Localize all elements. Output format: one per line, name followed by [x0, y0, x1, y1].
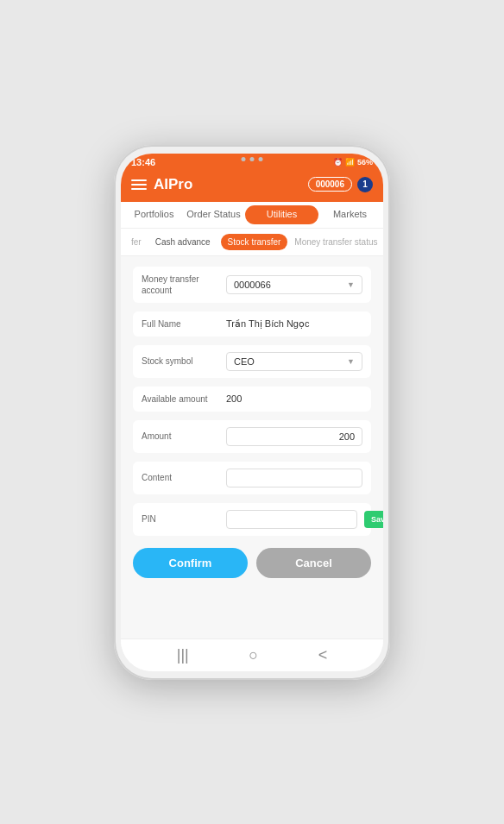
app-title: AIPro — [154, 176, 192, 193]
confirm-button[interactable]: Confirm — [133, 548, 248, 578]
sub-tab-money-transfer-status[interactable]: Money transfer status — [291, 234, 381, 250]
content-row: Content — [133, 462, 371, 494]
phone-screen: 13:46 ⏰ 📶 56% AIPro 000006 1 Portfolios — [121, 154, 383, 671]
sub-tab-fer[interactable]: fer — [128, 234, 145, 250]
money-transfer-account-select[interactable]: 0000066 ▼ — [226, 275, 362, 294]
cancel-button[interactable]: Cancel — [256, 548, 371, 578]
pin-row: PIN Save PIN — [133, 503, 371, 536]
sub-tab-cash-advance[interactable]: Cash advance — [148, 234, 217, 250]
pin-input[interactable] — [226, 510, 357, 529]
notification-badge[interactable]: 1 — [357, 177, 373, 192]
header-right: 000006 1 — [308, 177, 373, 192]
money-transfer-account-row: Money transfer account 0000066 ▼ — [133, 267, 371, 303]
alarm-icon: ⏰ — [333, 158, 343, 167]
account-number-badge[interactable]: 000006 — [308, 177, 352, 192]
action-buttons: Confirm Cancel — [133, 548, 371, 578]
full-name-value: Trần Thị Bích Ngọc — [226, 318, 362, 330]
tab-portfolios[interactable]: Portfolios — [124, 202, 184, 228]
available-amount-value: 200 — [226, 393, 362, 404]
status-bar: 13:46 ⏰ 📶 56% — [121, 154, 383, 171]
sub-tabs: fer Cash advance Stock transfer Money tr… — [121, 229, 383, 256]
bottom-nav: ||| ○ < — [121, 638, 383, 671]
app-header: AIPro 000006 1 — [121, 171, 383, 202]
stock-symbol-label: Stock symbol — [142, 355, 219, 367]
nav-back-icon[interactable]: < — [318, 646, 328, 664]
save-pin-button[interactable]: Save PIN — [364, 511, 383, 528]
phone-frame: 13:46 ⏰ 📶 56% AIPro 000006 1 Portfolios — [114, 145, 390, 680]
chevron-down-icon: ▼ — [347, 280, 355, 289]
money-transfer-account-label: Money transfer account — [142, 274, 219, 296]
full-name-label: Full Name — [142, 318, 219, 330]
tab-utilities[interactable]: Utilities — [245, 205, 318, 224]
available-amount-row: Available amount 200 — [133, 387, 371, 412]
content-label: Content — [142, 472, 219, 483]
phone-notch — [242, 157, 263, 161]
nav-recent-apps-icon[interactable]: ||| — [177, 646, 189, 664]
sub-tab-stock-transfer[interactable]: Stock transfer — [221, 234, 288, 250]
content-input[interactable] — [226, 469, 362, 487]
hamburger-menu[interactable] — [131, 179, 147, 190]
tab-markets[interactable]: Markets — [320, 202, 380, 228]
nav-home-icon[interactable]: ○ — [249, 646, 258, 664]
nav-tabs: Portfolios Order Status Utilities Market… — [121, 202, 383, 229]
status-time: 13:46 — [131, 157, 155, 167]
chevron-down-icon-2: ▼ — [347, 357, 355, 366]
amount-row: Amount — [133, 420, 371, 453]
stock-symbol-row: Stock symbol CEO ▼ — [133, 345, 371, 378]
battery-text: 56% — [357, 158, 373, 167]
form-area: Money transfer account 0000066 ▼ Full Na… — [121, 256, 383, 638]
stock-symbol-value: CEO — [234, 356, 255, 367]
header-left: AIPro — [131, 176, 192, 193]
full-name-row: Full Name Trần Thị Bích Ngọc — [133, 311, 371, 337]
amount-label: Amount — [142, 431, 219, 442]
stock-symbol-select[interactable]: CEO ▼ — [226, 352, 362, 371]
money-transfer-account-value: 0000066 — [234, 280, 271, 290]
status-icons: ⏰ 📶 56% — [333, 158, 373, 167]
tab-order-status[interactable]: Order Status — [184, 202, 243, 228]
available-amount-label: Available amount — [142, 393, 219, 405]
pin-label: PIN — [142, 513, 219, 525]
wifi-icon: 📶 — [345, 158, 355, 167]
amount-input[interactable] — [226, 427, 362, 446]
